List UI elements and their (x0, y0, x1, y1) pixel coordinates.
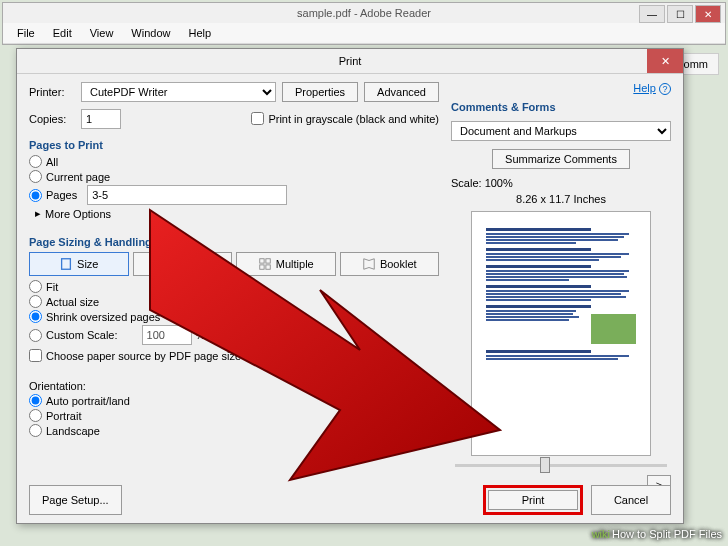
menu-help[interactable]: Help (180, 25, 219, 41)
svg-rect-3 (158, 265, 163, 270)
app-close-button[interactable]: ✕ (695, 5, 721, 23)
app-title: sample.pdf - Adobe Reader (297, 7, 431, 19)
print-preview (471, 211, 651, 456)
print-dialog: Print ✕ Printer: CutePDF Writer Properti… (16, 48, 684, 524)
summarize-button[interactable]: Summarize Comments (492, 149, 630, 169)
multiple-icon (258, 257, 272, 271)
poster-button[interactable]: Poster (133, 252, 233, 276)
svg-rect-4 (165, 265, 170, 270)
radio-custom-scale[interactable] (29, 329, 42, 342)
printer-label: Printer: (29, 86, 75, 98)
scale-label: Scale: 100% (451, 177, 671, 189)
menu-edit[interactable]: Edit (45, 25, 80, 41)
size-icon (59, 257, 73, 271)
copies-label: Copies: (29, 113, 75, 125)
grayscale-checkbox[interactable] (251, 112, 264, 125)
preview-slider[interactable] (455, 464, 667, 467)
menu-file[interactable]: File (9, 25, 43, 41)
comments-forms-select[interactable]: Document and Markups (451, 121, 671, 141)
radio-landscape[interactable] (29, 424, 42, 437)
orientation-title: Orientation: (29, 380, 439, 392)
radio-actual[interactable] (29, 295, 42, 308)
menubar: File Edit View Window Help (3, 23, 725, 44)
svg-rect-1 (158, 258, 163, 263)
preview-dimensions: 8.26 x 11.7 Inches (451, 193, 671, 205)
choose-paper-checkbox[interactable] (29, 349, 42, 362)
printer-select[interactable]: CutePDF Writer (81, 82, 276, 102)
svg-rect-8 (266, 265, 270, 269)
advanced-button[interactable]: Advanced (364, 82, 439, 102)
sizing-title: Page Sizing & Handling (29, 236, 439, 248)
svg-rect-7 (260, 265, 264, 269)
radio-fit[interactable] (29, 280, 42, 293)
svg-rect-2 (165, 258, 170, 263)
radio-all[interactable] (29, 155, 42, 168)
properties-button[interactable]: Properties (282, 82, 358, 102)
pages-input[interactable] (87, 185, 287, 205)
copies-input[interactable] (81, 109, 121, 129)
grayscale-label: Print in grayscale (black and white) (268, 113, 439, 125)
cancel-button[interactable]: Cancel (591, 485, 671, 515)
poster-icon (157, 257, 171, 271)
page-setup-button[interactable]: Page Setup... (29, 485, 122, 515)
dialog-title: Print (339, 55, 362, 67)
maximize-button[interactable]: ☐ (667, 5, 693, 23)
pages-to-print-title: Pages to Print (29, 139, 439, 151)
minimize-button[interactable]: — (639, 5, 665, 23)
booklet-button[interactable]: Booklet (340, 252, 440, 276)
dialog-titlebar: Print ✕ (17, 49, 683, 74)
window-controls: — ☐ ✕ (639, 5, 721, 23)
menu-view[interactable]: View (82, 25, 122, 41)
menu-window[interactable]: Window (123, 25, 178, 41)
app-window: sample.pdf - Adobe Reader — ☐ ✕ File Edi… (2, 2, 726, 45)
help-icon: ? (659, 83, 671, 95)
radio-shrink[interactable] (29, 310, 42, 323)
print-button[interactable]: Print (488, 490, 578, 510)
chevron-right-icon: ▸ (35, 207, 41, 220)
watermark: wikiHow to Split PDF Files (592, 528, 722, 540)
svg-rect-5 (260, 259, 264, 263)
watermark-text: How to Split PDF Files (612, 528, 722, 540)
radio-portrait[interactable] (29, 409, 42, 422)
slider-thumb[interactable] (540, 457, 550, 473)
multiple-button[interactable]: Multiple (236, 252, 336, 276)
watermark-prefix: wiki (592, 528, 610, 540)
svg-rect-0 (62, 259, 71, 270)
size-button[interactable]: Size (29, 252, 129, 276)
titlebar: sample.pdf - Adobe Reader — ☐ ✕ (3, 3, 725, 23)
dialog-close-button[interactable]: ✕ (647, 49, 683, 73)
booklet-icon (362, 257, 376, 271)
radio-auto-orient[interactable] (29, 394, 42, 407)
help-link[interactable]: Help (633, 82, 656, 94)
radio-pages[interactable] (29, 189, 42, 202)
radio-current[interactable] (29, 170, 42, 183)
more-options-toggle[interactable]: ▸ More Options (35, 207, 439, 220)
custom-scale-input[interactable] (142, 325, 192, 345)
svg-rect-6 (266, 259, 270, 263)
comments-forms-title: Comments & Forms (451, 101, 671, 113)
